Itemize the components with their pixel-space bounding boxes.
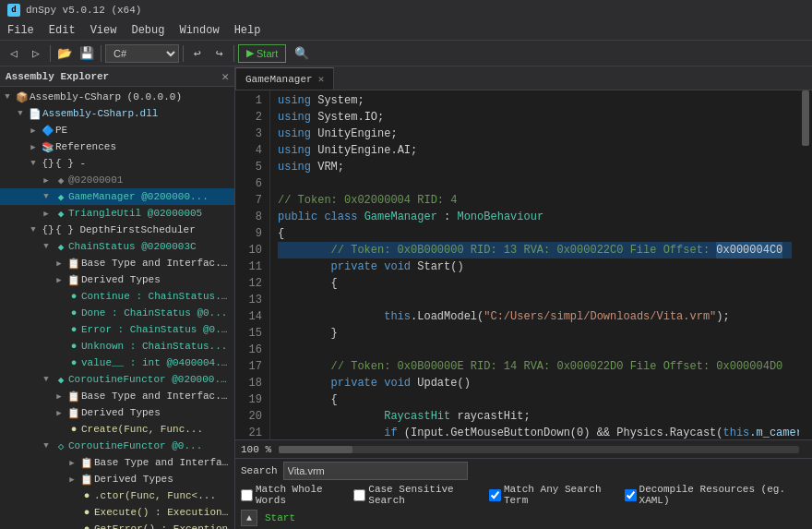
tree-toggle <box>52 322 66 337</box>
open-button[interactable]: 📂 <box>54 43 75 64</box>
search-option-whole-words[interactable]: Match Whole Words <box>241 484 350 506</box>
tree-item[interactable]: ▶ 📋 Base Type and Interfac... <box>0 388 234 404</box>
tree-toggle[interactable]: ▼ <box>26 222 41 237</box>
tree-area[interactable]: ▼ 📦 Assembly-CSharp (0.0.0.0) ▼ 📄 Assemb… <box>0 87 234 529</box>
search-prev-button[interactable]: ▲ <box>241 510 257 526</box>
tree-icon: 📦 <box>15 90 30 104</box>
tree-toggle[interactable]: ▶ <box>52 256 66 271</box>
search-options-row: Match Whole WordsCase Sensitive SearchMa… <box>235 483 812 507</box>
redo-button[interactable]: ↪ <box>209 43 230 64</box>
search-checkbox-any-term[interactable] <box>489 489 501 501</box>
tree-item[interactable]: ● Execute() : ExecutionS... <box>0 504 234 521</box>
tree-item[interactable]: ▼ ◆ ChainStatus @0200003C <box>0 238 234 255</box>
tree-toggle[interactable]: ▶ <box>39 173 54 187</box>
tree-item[interactable]: ● Unknown : ChainStatus... <box>0 338 234 355</box>
tree-item[interactable]: ● Create(Func, Func... <box>0 421 234 438</box>
tree-item[interactable]: ● Error : ChainStatus @0... <box>0 321 234 338</box>
start-button[interactable]: ▶ Start <box>238 44 286 63</box>
tree-label: .ctor(Func, Func<... <box>94 490 216 501</box>
code-line <box>278 175 792 192</box>
search-toolbar-button[interactable]: 🔍 <box>292 43 312 64</box>
tree-item[interactable]: ▶ 🔷 PE <box>0 122 234 138</box>
tree-item[interactable]: ▼ ◇ CoroutineFunctor @0... <box>0 438 234 454</box>
tree-label: Assembly-CSharp (0.0.0.0) <box>30 91 182 102</box>
tree-item[interactable]: ▶ 📋 Base Type and Interfac... <box>0 255 234 271</box>
search-panel: Search Match Whole WordsCase Sensitive S… <box>235 458 812 529</box>
language-dropdown[interactable]: C# IL <box>105 44 179 63</box>
tree-item[interactable]: ▶ ◆ @02000001 <box>0 172 234 188</box>
menu-view[interactable]: View <box>83 20 125 41</box>
tree-item[interactable]: ▶ 📋 Derived Types <box>0 271 234 288</box>
tree-toggle[interactable]: ▶ <box>52 389 66 403</box>
tree-toggle[interactable]: ▼ <box>26 156 41 171</box>
search-checkbox-decompile-resources[interactable] <box>625 489 637 501</box>
tree-label: Execute() : ExecutionS... <box>94 507 231 518</box>
tree-toggle[interactable]: ▼ <box>39 372 54 387</box>
tree-item[interactable]: ▶ ◆ TriangleUtil @02000005 <box>0 205 234 222</box>
tree-item[interactable]: ● GetError() : Exception <box>0 521 234 529</box>
tab-close-button[interactable]: ✕ <box>318 73 325 85</box>
search-option-any-term[interactable]: Match Any Search Term <box>489 484 621 506</box>
tree-icon: {} <box>41 222 55 237</box>
menu-help[interactable]: Help <box>227 20 269 41</box>
tree-icon: ● <box>66 289 81 304</box>
code-line: { <box>278 225 792 242</box>
code-content[interactable]: using System;using System.IO;using Unity… <box>270 90 799 439</box>
tree-item[interactable]: ▼ ◆ CoroutineFunctor @020000... <box>0 371 234 388</box>
tree-toggle[interactable]: ▼ <box>39 439 54 453</box>
menu-debug[interactable]: Debug <box>124 20 172 41</box>
editor-tab-gamemanager[interactable]: GameManager ✕ <box>235 67 334 90</box>
tree-label: Unknown : ChainStatus... <box>81 341 227 352</box>
search-option-case-sensitive[interactable]: Case Sensitive Search <box>353 484 485 506</box>
assembly-explorer-close[interactable]: ✕ <box>221 69 229 84</box>
tree-icon: ◆ <box>54 372 68 387</box>
horizontal-scrollbar-thumb[interactable] <box>279 446 352 453</box>
tree-toggle[interactable]: ▶ <box>52 272 66 287</box>
tree-item[interactable]: ▼ 📦 Assembly-CSharp (0.0.0.0) <box>0 89 234 105</box>
vertical-scrollbar[interactable] <box>799 90 812 439</box>
tree-toggle[interactable]: ▼ <box>0 90 15 104</box>
tree-toggle[interactable]: ▶ <box>26 123 41 138</box>
tree-item[interactable]: ▶ 📋 Derived Types <box>0 471 234 487</box>
search-input[interactable] <box>283 462 468 480</box>
tree-icon: ● <box>79 505 94 520</box>
tree-label: @02000001 <box>68 174 123 186</box>
scrollbar-thumb[interactable] <box>802 90 809 146</box>
nav-back-button[interactable]: ◁ <box>4 43 24 64</box>
tree-item[interactable]: ● value__ : int @0400004... <box>0 355 234 371</box>
tree-item[interactable]: ▼ {} { } - <box>0 155 234 172</box>
tree-toggle[interactable]: ▶ <box>65 455 79 470</box>
save-button[interactable]: 💾 <box>77 43 97 64</box>
tree-item[interactable]: ● Continue : ChainStatus... <box>0 288 234 305</box>
tree-toggle[interactable]: ▶ <box>65 472 79 487</box>
main-area: Assembly Explorer ✕ ▼ 📦 Assembly-CSharp … <box>0 66 812 529</box>
search-checkbox-whole-words[interactable] <box>241 489 253 501</box>
tree-item[interactable]: ▶ 📚 References <box>0 138 234 155</box>
tree-toggle[interactable]: ▼ <box>13 106 28 121</box>
tree-item[interactable]: ▼ ◆ GameManager @0200000... <box>0 188 234 205</box>
nav-forward-button[interactable]: ▷ <box>26 43 46 64</box>
search-checkbox-case-sensitive[interactable] <box>353 489 365 501</box>
tree-label: Base Type and Interfac... <box>94 457 231 468</box>
tree-item[interactable]: ● .ctor(Func, Func<... <box>0 487 234 504</box>
tree-toggle[interactable]: ▶ <box>39 206 54 221</box>
menu-edit[interactable]: Edit <box>42 20 83 41</box>
tree-item[interactable]: ▼ {} { } DepthFirstScheduler <box>0 222 234 238</box>
tree-toggle <box>52 355 66 370</box>
undo-button[interactable]: ↩ <box>187 43 208 64</box>
tree-item[interactable]: ▼ 📄 Assembly-CSharp.dll <box>0 105 234 122</box>
tree-item[interactable]: ▶ 📋 Derived Types <box>0 404 234 421</box>
tree-toggle[interactable]: ▼ <box>39 189 54 204</box>
tree-toggle[interactable]: ▶ <box>52 405 66 420</box>
tree-toggle[interactable]: ▶ <box>26 139 41 154</box>
code-line <box>278 292 792 308</box>
code-line: using System.IO; <box>278 109 792 126</box>
code-line: if (Input.GetMouseButtonDown(0) && Physi… <box>278 425 792 439</box>
menu-window[interactable]: Window <box>172 20 226 41</box>
tree-item[interactable]: ● Done : ChainStatus @0... <box>0 305 234 321</box>
code-line: // Token: 0x0B00000E RID: 14 RVA: 0x0000… <box>278 358 792 375</box>
menu-file[interactable]: File <box>0 20 42 41</box>
tree-toggle[interactable]: ▼ <box>39 239 54 254</box>
search-option-decompile-resources[interactable]: Decompile Resources (eg. XAML) <box>625 484 806 506</box>
tree-item[interactable]: ▶ 📋 Base Type and Interfac... <box>0 454 234 471</box>
